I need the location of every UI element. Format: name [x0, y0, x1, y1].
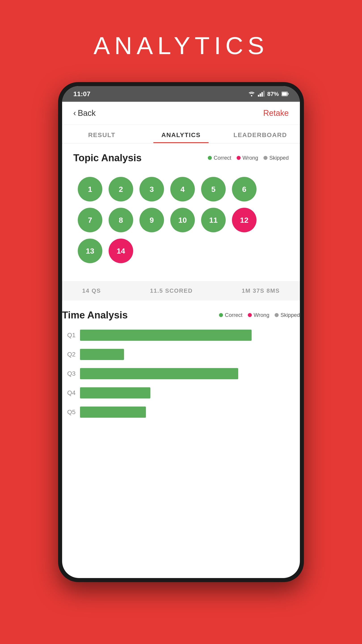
bar-fill-q5: [80, 406, 146, 418]
question-grid: 1234567891011121314: [73, 172, 289, 272]
bar-track-q4: [80, 387, 300, 398]
question-bubble-4[interactable]: 4: [170, 177, 195, 202]
phone-shell: 11:07 87%: [58, 82, 304, 582]
top-nav: ‹ Back Retake: [62, 102, 300, 125]
question-bubble-3[interactable]: 3: [139, 177, 164, 202]
time-analysis-header: Time Analysis Correct Wrong Skipped: [62, 310, 300, 321]
svg-point-0: [251, 95, 252, 96]
topic-legend: Correct Wrong Skipped: [208, 155, 289, 161]
topic-analysis-header: Topic Analysis Correct Wrong Skipped: [73, 152, 289, 164]
bar-track-q3: [80, 368, 300, 379]
tab-result[interactable]: RESULT: [62, 125, 141, 143]
back-label: Back: [78, 108, 96, 118]
signal-icon: [258, 91, 265, 97]
status-time: 11:07: [73, 90, 90, 98]
page-title: ANALYTICS: [93, 31, 268, 60]
svg-rect-6: [288, 93, 289, 95]
question-bubble-2[interactable]: 2: [109, 177, 133, 202]
legend-correct: Correct: [208, 155, 231, 161]
question-bubble-13[interactable]: 13: [78, 238, 102, 263]
svg-rect-7: [282, 92, 287, 96]
time-skipped-dot: [275, 313, 279, 317]
question-bubble-8[interactable]: 8: [109, 208, 133, 232]
time-legend-skipped: Skipped: [275, 312, 300, 318]
bar-fill-q4: [80, 387, 150, 398]
question-bubble-10[interactable]: 10: [170, 208, 195, 232]
bar-label-q3: Q3: [62, 370, 75, 377]
question-bubble-14[interactable]: 14: [109, 238, 133, 263]
bar-track-q1: [80, 330, 300, 341]
legend-skipped: Skipped: [264, 155, 289, 161]
tab-leaderboard[interactable]: LEADERBOARD: [221, 125, 300, 143]
bar-row-q3: Q3: [62, 368, 300, 379]
bar-row-q2: Q2: [62, 349, 300, 360]
back-chevron-icon: ‹: [73, 108, 76, 118]
svg-rect-2: [260, 94, 261, 96]
bar-fill-q1: [80, 330, 252, 341]
bar-label-q1: Q1: [62, 332, 75, 339]
status-bar: 11:07 87%: [62, 86, 300, 102]
question-bubble-6[interactable]: 6: [232, 177, 257, 202]
wifi-icon: [248, 91, 255, 97]
stats-row: 14 QS 11.5 SCORED 1M 37S 8MS: [62, 281, 300, 300]
stat-questions: 14 QS: [82, 287, 101, 294]
bar-label-q2: Q2: [62, 351, 75, 358]
retake-button[interactable]: Retake: [263, 108, 289, 118]
phone-screen: 11:07 87%: [62, 86, 300, 578]
bar-fill-q3: [80, 368, 238, 379]
bar-label-q4: Q4: [62, 389, 75, 396]
back-button[interactable]: ‹ Back: [73, 108, 96, 118]
skipped-dot: [264, 156, 268, 160]
bar-fill-q2: [80, 349, 124, 360]
time-legend-wrong: Wrong: [248, 312, 269, 318]
stat-scored: 11.5 SCORED: [150, 287, 193, 294]
svg-rect-4: [263, 91, 265, 96]
wrong-dot: [237, 156, 241, 160]
battery-icon: [282, 92, 289, 96]
bar-row-q1: Q1: [62, 330, 300, 341]
bar-label-q5: Q5: [62, 408, 75, 416]
battery-level: 87%: [267, 90, 279, 98]
correct-dot: [208, 156, 212, 160]
bar-chart: Q1Q2Q3Q4Q5: [62, 330, 300, 418]
time-legend-correct: Correct: [219, 312, 242, 318]
question-bubble-11[interactable]: 11: [201, 208, 226, 232]
stat-time: 1M 37S 8MS: [242, 287, 280, 294]
bar-track-q2: [80, 349, 300, 360]
time-analysis-title: Time Analysis: [62, 310, 128, 321]
topic-analysis-title: Topic Analysis: [73, 152, 142, 164]
svg-rect-1: [258, 95, 259, 96]
status-icons: 87%: [248, 90, 289, 98]
time-analysis-section: Time Analysis Correct Wrong Skipped: [62, 300, 300, 426]
question-bubble-9[interactable]: 9: [139, 208, 164, 232]
question-bubble-5[interactable]: 5: [201, 177, 226, 202]
tab-bar: RESULT ANALYTICS LEADERBOARD: [62, 125, 300, 143]
svg-rect-3: [261, 92, 263, 96]
question-bubble-7[interactable]: 7: [78, 208, 102, 232]
question-bubble-12[interactable]: 12: [232, 208, 257, 232]
legend-wrong: Wrong: [237, 155, 258, 161]
time-wrong-dot: [248, 313, 252, 317]
bar-row-q5: Q5: [62, 406, 300, 418]
main-content: Topic Analysis Correct Wrong Skipped: [62, 143, 300, 281]
bar-row-q4: Q4: [62, 387, 300, 398]
bar-track-q5: [80, 406, 300, 418]
question-bubble-1[interactable]: 1: [78, 177, 102, 202]
time-correct-dot: [219, 313, 223, 317]
time-legend: Correct Wrong Skipped: [219, 312, 300, 318]
tab-analytics[interactable]: ANALYTICS: [141, 125, 221, 143]
